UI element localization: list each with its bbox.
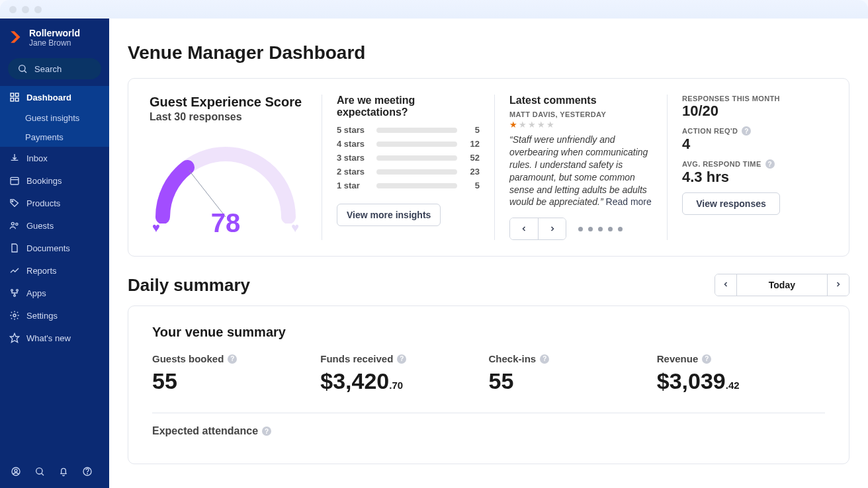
action-value: 4 — [682, 136, 780, 153]
svg-point-14 — [13, 314, 16, 317]
account-icon[interactable] — [11, 466, 21, 479]
help-icon[interactable]: ? — [262, 427, 271, 436]
nav-label: Settings — [26, 311, 58, 321]
date-next-button[interactable] — [828, 274, 849, 296]
chevron-left-icon — [722, 280, 730, 288]
svg-point-8 — [12, 200, 13, 202]
funds-received-label: Funds received — [320, 353, 393, 364]
rating-bar-row: 3 stars52 — [337, 153, 480, 163]
funds-received-decimal: .70 — [389, 380, 403, 391]
nav-documents[interactable]: Documents — [0, 237, 109, 259]
bar-label: 2 stars — [337, 167, 370, 177]
prev-comment-button[interactable] — [510, 218, 538, 239]
svg-rect-6 — [11, 177, 19, 184]
svg-rect-2 — [11, 93, 14, 97]
svg-rect-5 — [15, 98, 19, 101]
pagination-dot[interactable] — [588, 227, 593, 231]
help-icon[interactable]: ? — [228, 354, 237, 364]
bell-icon[interactable] — [58, 466, 69, 479]
next-comment-button[interactable] — [538, 218, 566, 239]
pagination-dot[interactable] — [608, 227, 613, 231]
star-icon: ★ — [546, 120, 556, 130]
chevron-left-icon — [520, 225, 528, 233]
nav-label: Products — [26, 198, 60, 208]
nav-bookings[interactable]: Bookings — [0, 169, 109, 192]
pagination-dot[interactable] — [618, 227, 623, 231]
svg-point-21 — [87, 473, 88, 474]
nav-dashboard[interactable]: Dashboard — [0, 86, 109, 108]
nav-products[interactable]: Products — [0, 192, 109, 214]
people-icon — [9, 220, 20, 231]
nav-label: Apps — [26, 288, 46, 298]
search-placeholder: Search — [34, 64, 62, 74]
nav-settings[interactable]: Settings — [0, 304, 109, 327]
bar-label: 4 stars — [337, 139, 370, 149]
nav-label: Inbox — [26, 153, 48, 163]
bar-count: 52 — [464, 153, 480, 163]
svg-point-12 — [17, 290, 19, 292]
help-icon[interactable]: ? — [765, 159, 775, 169]
date-prev-button[interactable] — [715, 274, 736, 296]
search-icon[interactable] — [34, 466, 45, 479]
svg-point-18 — [36, 468, 42, 474]
nav-reports[interactable]: Reports — [0, 259, 109, 282]
nav-whats-new[interactable]: What's new — [0, 327, 109, 349]
bar-label: 3 stars — [337, 153, 370, 163]
bar-count: 5 — [464, 181, 480, 190]
date-label[interactable]: Today — [736, 274, 828, 296]
bar-count: 23 — [464, 167, 480, 177]
nav-guests[interactable]: Guests — [0, 214, 109, 237]
view-more-insights-button[interactable]: View more insights — [337, 204, 441, 226]
comment-body: “Staff were unfriendly and overbearing w… — [509, 134, 652, 208]
comment-pagination-dots — [578, 227, 623, 231]
nav-label: What's new — [26, 333, 71, 343]
bar-label: 5 stars — [337, 125, 370, 135]
heart-broken-icon: ♥ — [291, 220, 299, 235]
star-icon: ★ — [509, 120, 519, 130]
ges-score: 78 — [211, 208, 241, 238]
pagination-dot[interactable] — [598, 227, 603, 231]
nav-guest-insights[interactable]: Guest insights — [0, 108, 109, 128]
chart-icon — [9, 265, 20, 276]
comment-author: MATT DAVIS, YESTERDAY — [509, 110, 652, 118]
traffic-dot — [9, 6, 17, 13]
help-icon[interactable] — [82, 466, 93, 479]
date-picker: Today — [715, 274, 849, 296]
ges-title: Guest Experience Score — [150, 95, 307, 110]
help-icon[interactable]: ? — [540, 354, 549, 364]
rating-stars: ★★★★★ — [509, 120, 652, 130]
svg-point-9 — [11, 222, 14, 225]
bar-count: 12 — [464, 139, 480, 149]
nav-payments[interactable]: Payments — [0, 128, 109, 147]
gear-icon — [9, 310, 20, 321]
brand-name: Rollerworld — [29, 28, 80, 38]
search-input[interactable]: Search — [8, 58, 101, 79]
ges-subtitle: Last 30 responses — [150, 111, 307, 123]
nav-label: Bookings — [26, 176, 62, 186]
guests-booked-value: 55 — [152, 368, 320, 394]
nav-inbox[interactable]: Inbox — [0, 147, 109, 169]
read-more-link[interactable]: Read more — [606, 196, 652, 207]
svg-point-10 — [16, 223, 18, 225]
nav-apps[interactable]: Apps — [0, 282, 109, 304]
traffic-dot — [22, 6, 29, 13]
bar-track — [376, 155, 457, 161]
revenue-value: $3,039 — [657, 368, 726, 394]
view-responses-button[interactable]: View responses — [682, 192, 780, 215]
bar-track — [376, 128, 457, 133]
help-icon[interactable]: ? — [742, 126, 751, 136]
help-icon[interactable]: ? — [702, 354, 711, 364]
brand-user: Jane Brown — [29, 38, 80, 48]
brand-logo-icon — [9, 30, 24, 46]
nav-label: Guest insights — [25, 113, 79, 123]
help-icon[interactable]: ? — [397, 354, 406, 364]
tag-icon — [9, 198, 20, 208]
document-icon — [9, 243, 20, 253]
svg-point-0 — [19, 65, 25, 71]
revenue-decimal: .42 — [726, 380, 740, 391]
nav-label: Reports — [26, 266, 57, 276]
pagination-dot[interactable] — [578, 227, 583, 231]
svg-line-1 — [24, 71, 26, 73]
comments-title: Latest comments — [509, 95, 652, 106]
checkins-label: Check-ins — [489, 353, 537, 364]
